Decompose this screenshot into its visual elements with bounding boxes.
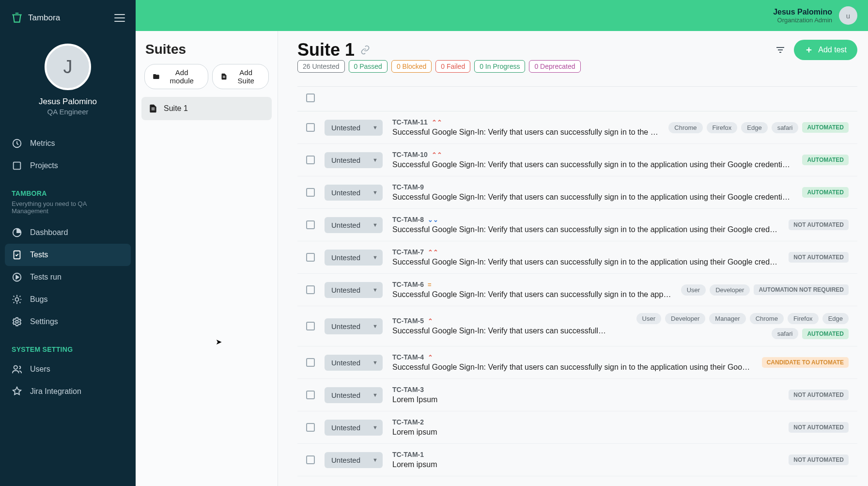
status-dropdown[interactable]: Untested▼ [325, 250, 383, 266]
suite-title: Suite 1 [297, 40, 355, 60]
tag: Developer [710, 284, 750, 296]
nav-item-tests[interactable]: Tests [5, 244, 131, 266]
brand[interactable]: Tambora [11, 12, 60, 24]
add-module-button[interactable]: Add module [144, 64, 208, 89]
test-title: Successful Google Sign-In: Verify that u… [392, 225, 779, 234]
test-id: TC-TAM-8⌄⌄ [392, 216, 779, 223]
add-test-button[interactable]: Add test [794, 40, 857, 60]
status-dropdown[interactable]: Untested▼ [325, 387, 383, 403]
test-row[interactable]: Untested▼TC-TAM-4⌃Successful Google Sign… [297, 346, 857, 379]
filter-icon[interactable] [775, 44, 786, 56]
nav-item-metrics[interactable]: Metrics [5, 132, 131, 155]
row-checkbox[interactable] [306, 285, 315, 294]
row-checkbox[interactable] [306, 391, 315, 399]
test-row[interactable]: Untested▼TC-TAM-2Lorem ipsumNOT AUTOMATE… [297, 411, 857, 444]
test-row[interactable]: Untested▼TC-TAM-7⌃⌃Successful Google Sig… [297, 241, 857, 274]
test-id: TC-TAM-2 [392, 418, 779, 426]
tag: User [636, 313, 661, 324]
test-id: TC-TAM-10⌃⌃ [392, 151, 792, 158]
menu-toggle-icon[interactable] [114, 14, 125, 22]
tag: Chrome [750, 313, 784, 324]
row-checkbox[interactable] [306, 123, 315, 132]
status-dropdown[interactable]: Untested▼ [325, 282, 383, 298]
automation-badge: AUTOMATED [802, 155, 849, 165]
test-row[interactable]: Untested▼TC-TAM-9Successful Google Sign-… [297, 176, 857, 209]
status-dropdown[interactable]: Untested▼ [325, 185, 383, 201]
profile-avatar[interactable]: J [45, 44, 91, 90]
add-suite-button[interactable]: Add Suite [212, 64, 269, 89]
row-checkbox[interactable] [306, 188, 315, 197]
profile-block: J Jesus Palomino QA Engineer [0, 32, 136, 130]
row-checkbox[interactable] [306, 455, 315, 464]
tests-icon [12, 250, 22, 260]
test-title: Lorem Ipsum [392, 395, 779, 404]
automation-badge: NOT AUTOMATED [789, 219, 849, 230]
test-id: TC-TAM-6= [392, 281, 671, 288]
tag: safari [772, 328, 799, 339]
tag: Manager [709, 313, 745, 324]
topbar-user[interactable]: Jesus Palomino Organization Admin [773, 7, 832, 24]
caret-down-icon: ▼ [372, 222, 378, 228]
caret-down-icon: ▼ [372, 323, 378, 329]
row-checkbox[interactable] [306, 220, 315, 229]
status-dropdown[interactable]: Untested▼ [325, 452, 383, 468]
test-title: Successful Google Sign-In: Verify that u… [392, 327, 606, 335]
automation-badge: AUTOMATED [802, 122, 849, 133]
row-checkbox[interactable] [306, 322, 315, 330]
select-all-checkbox[interactable] [306, 94, 315, 102]
test-row[interactable]: Untested▼TC-TAM-11⌃⌃Successful Google Si… [297, 111, 857, 144]
row-checkbox[interactable] [306, 253, 315, 262]
test-row[interactable]: Untested▼TC-TAM-5⌃Successful Google Sign… [297, 306, 857, 346]
automation-badge: NOT AUTOMATED [789, 252, 849, 263]
test-row[interactable]: Untested▼TC-TAM-6=Successful Google Sign… [297, 274, 857, 306]
row-checkbox[interactable] [306, 156, 315, 164]
test-row[interactable]: Untested▼TC-TAM-1Lorem ipsumNOT AUTOMATE… [297, 444, 857, 476]
status-chip[interactable]: 0 Deprecated [529, 60, 580, 73]
caret-down-icon: ▼ [372, 157, 378, 163]
status-chip[interactable]: 0 Failed [435, 60, 470, 73]
topbar-avatar[interactable]: u [839, 6, 857, 25]
jira-integration-icon [12, 386, 22, 397]
link-icon[interactable] [360, 45, 370, 55]
test-id: TC-TAM-5⌃ [392, 317, 606, 325]
settings-icon [12, 316, 22, 327]
status-dropdown[interactable]: Untested▼ [325, 120, 383, 136]
status-chip[interactable]: 0 Blocked [391, 60, 432, 73]
row-checkbox[interactable] [306, 423, 315, 432]
suites-title: Suites [145, 42, 268, 57]
suite-item[interactable]: Suite 1 [141, 97, 272, 120]
test-row[interactable]: Untested▼TC-TAM-10⌃⌃Successful Google Si… [297, 144, 857, 176]
tag: Edge [741, 122, 767, 133]
test-row[interactable]: Untested▼TC-TAM-8⌄⌄Successful Google Sig… [297, 209, 857, 241]
automation-badge: AUTOMATED [802, 329, 849, 339]
status-chip[interactable]: 26 Untested [297, 60, 345, 73]
nav-item-projects[interactable]: Projects [5, 155, 131, 177]
automation-badge: AUTOMATION NOT REQUIRED [754, 284, 849, 295]
test-id: TC-TAM-9 [392, 183, 792, 191]
test-row[interactable]: Untested▼TC-TAM-3Lorem IpsumNOT AUTOMATE… [297, 379, 857, 411]
test-title: Successful Google Sign-In: Verify that u… [392, 290, 671, 299]
nav-item-dashboard[interactable]: Dashboard [5, 221, 131, 244]
nav-item-users[interactable]: Users [5, 358, 131, 380]
test-id: TC-TAM-11⌃⌃ [392, 118, 659, 126]
svg-point-7 [14, 366, 17, 369]
document-icon [220, 73, 228, 80]
status-chip[interactable]: 0 In Progress [474, 60, 525, 73]
status-dropdown[interactable]: Untested▼ [325, 420, 383, 436]
test-id: TC-TAM-7⌃⌃ [392, 248, 779, 256]
test-id: TC-TAM-4⌃ [392, 353, 752, 361]
caret-down-icon: ▼ [372, 457, 378, 463]
status-chip[interactable]: 0 Passed [349, 60, 388, 73]
status-dropdown[interactable]: Untested▼ [325, 152, 383, 168]
tag: Chrome [668, 122, 702, 133]
nav-item-jira-integration[interactable]: Jira Integration [5, 380, 131, 403]
status-dropdown[interactable]: Untested▼ [325, 318, 383, 334]
status-dropdown[interactable]: Untested▼ [325, 355, 383, 371]
nav-item-settings[interactable]: Settings [5, 311, 131, 333]
nav-item-bugs[interactable]: Bugs [5, 288, 131, 311]
nav-item-tests-run[interactable]: Tests run [5, 266, 131, 288]
row-checkbox[interactable] [306, 358, 315, 367]
svg-rect-1 [14, 162, 21, 170]
logo-icon [11, 12, 23, 24]
status-dropdown[interactable]: Untested▼ [325, 217, 383, 233]
